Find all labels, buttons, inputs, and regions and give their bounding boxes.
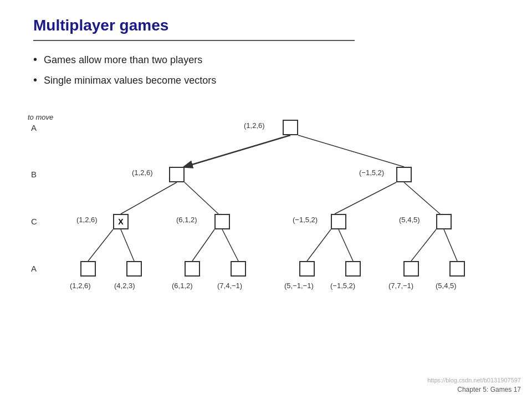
svg-line-3	[185, 182, 218, 214]
node-a3	[185, 261, 200, 277]
bullet-item-2: Single minimax values become vectors	[33, 75, 499, 86]
leaf-label-5: (5,−1,−1)	[284, 282, 314, 290]
footer: Chapter 5: Games 17	[457, 386, 521, 393]
leaf-label-1: (1,2,6)	[70, 282, 91, 290]
node-a4	[231, 261, 246, 277]
svg-line-12	[411, 229, 436, 261]
svg-line-1	[298, 135, 404, 167]
svg-line-0	[185, 135, 290, 167]
row-label-b: B	[31, 170, 37, 179]
to-move-label: to move	[28, 113, 53, 121]
watermark: https://blog.csdn.net/b0131907597	[427, 377, 521, 383]
svg-line-10	[307, 229, 331, 261]
node-a7	[403, 261, 419, 277]
label-c2: (6,1,2)	[176, 216, 197, 224]
node-a1	[80, 261, 96, 277]
label-b1: (1,2,6)	[132, 168, 153, 177]
node-a8	[449, 261, 465, 277]
node-c4	[436, 214, 452, 229]
page-title: Multiplayer games	[33, 17, 499, 34]
svg-line-5	[404, 182, 440, 214]
tree-diagram: to move A B C A	[28, 103, 504, 308]
node-a6	[345, 261, 361, 277]
svg-line-6	[88, 229, 113, 261]
leaf-label-4: (7,4,−1)	[217, 282, 242, 290]
row-label-a-top: A	[31, 123, 37, 132]
svg-line-9	[222, 229, 238, 261]
leaf-label-2: (4,2,3)	[114, 282, 135, 290]
node-root	[283, 120, 298, 135]
svg-line-13	[444, 229, 457, 261]
label-b2: (−1,5,2)	[359, 168, 384, 177]
node-b1	[169, 167, 185, 182]
tree-lines	[28, 103, 504, 308]
label-c3: (−1,5,2)	[293, 216, 318, 224]
node-b2	[396, 167, 412, 182]
bullet-list: Games allow more than two players Single…	[33, 54, 499, 86]
svg-line-8	[192, 229, 214, 261]
node-a2	[126, 261, 142, 277]
node-c3	[331, 214, 346, 229]
bullet-item-1: Games allow more than two players	[33, 54, 499, 66]
svg-line-11	[339, 229, 353, 261]
leaf-label-7: (7,7,−1)	[388, 282, 413, 290]
row-label-a-bot: A	[31, 264, 37, 273]
leaf-label-3: (6,1,2)	[172, 282, 193, 290]
row-label-c: C	[31, 217, 37, 226]
svg-line-2	[121, 182, 177, 214]
label-c4: (5,4,5)	[399, 216, 420, 224]
leaf-label-6: (−1,5,2)	[330, 282, 355, 290]
node-a5	[299, 261, 315, 277]
title-divider	[33, 40, 355, 41]
svg-line-7	[121, 229, 134, 261]
node-c2	[214, 214, 230, 229]
node-c1: X	[113, 214, 129, 229]
svg-line-4	[335, 182, 396, 214]
leaf-label-8: (5,4,5)	[436, 282, 457, 290]
label-root: (1,2,6)	[244, 121, 265, 130]
label-c1: (1,2,6)	[76, 216, 98, 224]
